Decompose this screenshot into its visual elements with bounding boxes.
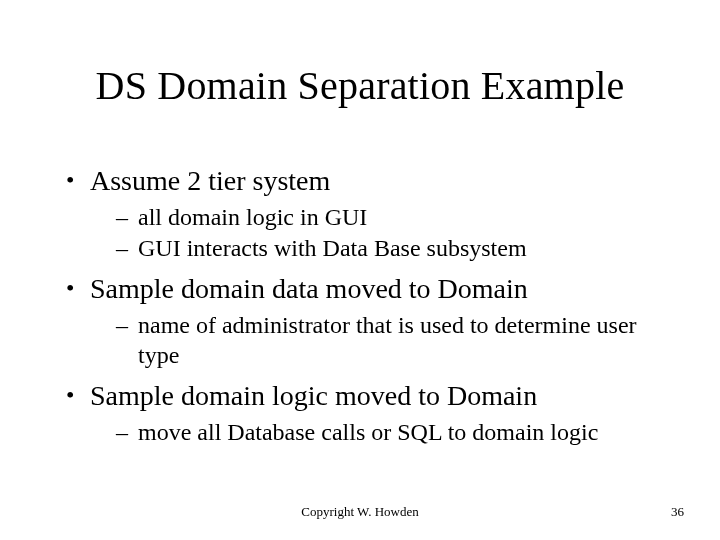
- slide-title: DS Domain Separation Example: [0, 62, 720, 109]
- bullet-list: Assume 2 tier system all domain logic in…: [62, 163, 670, 447]
- bullet-text: Sample domain data moved to Domain: [90, 273, 528, 304]
- sub-bullet-text: GUI interacts with Data Base subsystem: [138, 235, 527, 261]
- slide-body: Assume 2 tier system all domain logic in…: [62, 163, 670, 455]
- sub-bullet-item: name of administrator that is used to de…: [116, 310, 670, 370]
- sub-bullet-item: move all Database calls or SQL to domain…: [116, 417, 670, 447]
- bullet-item: Assume 2 tier system all domain logic in…: [62, 163, 670, 263]
- slide: DS Domain Separation Example Assume 2 ti…: [0, 0, 720, 540]
- sub-bullet-item: all domain logic in GUI: [116, 202, 670, 232]
- sub-bullet-list: move all Database calls or SQL to domain…: [90, 417, 670, 447]
- sub-bullet-list: all domain logic in GUI GUI interacts wi…: [90, 202, 670, 263]
- sub-bullet-text: name of administrator that is used to de…: [138, 312, 637, 368]
- sub-bullet-text: move all Database calls or SQL to domain…: [138, 419, 598, 445]
- bullet-text: Assume 2 tier system: [90, 165, 330, 196]
- bullet-text: Sample domain logic moved to Domain: [90, 380, 537, 411]
- sub-bullet-text: all domain logic in GUI: [138, 204, 367, 230]
- sub-bullet-list: name of administrator that is used to de…: [90, 310, 670, 370]
- footer-page-number: 36: [671, 504, 684, 520]
- sub-bullet-item: GUI interacts with Data Base subsystem: [116, 233, 670, 263]
- bullet-item: Sample domain data moved to Domain name …: [62, 271, 670, 370]
- footer-copyright: Copyright W. Howden: [0, 504, 720, 520]
- bullet-item: Sample domain logic moved to Domain move…: [62, 378, 670, 447]
